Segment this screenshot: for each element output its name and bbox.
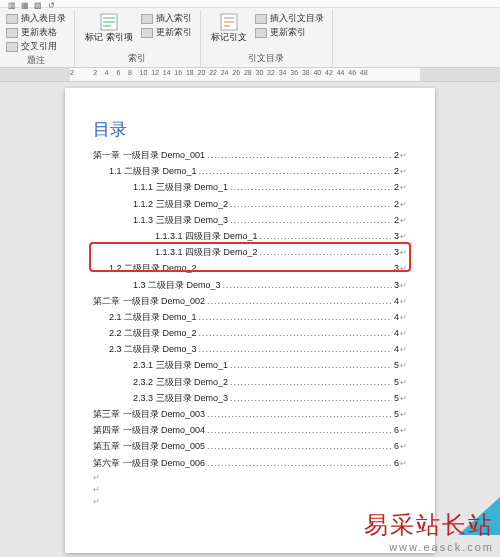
qat-icon[interactable]: ↺ (48, 1, 55, 10)
ruler-tick: 30 (256, 69, 257, 76)
title-bar: ▥ ▦ ▧ ↺ (0, 0, 500, 8)
toc-entry-text: 2.3.3 三级目录 Demo_3 (133, 392, 228, 405)
cross-reference-button[interactable]: 交叉引用 (6, 40, 66, 53)
toc-leader-dots: ........................................… (230, 199, 392, 209)
toc-entry[interactable]: 第六章 一级目录 Demo_006.......................… (93, 457, 407, 470)
toc-page-number: 4 (394, 312, 399, 322)
toc-entry[interactable]: 第三章 一级目录 Demo_003.......................… (93, 408, 407, 421)
paragraph-mark: ↵ (400, 361, 407, 370)
paragraph-mark: ↵ (93, 497, 407, 506)
toc-entry-text: 2.3 二级目录 Demo_3 (109, 343, 197, 356)
paragraph-mark: ↵ (400, 297, 407, 306)
toc-page-number: 5 (394, 409, 399, 419)
toc-page-number: 3 (394, 247, 399, 257)
toc-entry[interactable]: 2.3.3 三级目录 Demo_3.......................… (93, 392, 407, 405)
toc-entry[interactable]: 1.1.3.1 四级目录 Demo_1.....................… (93, 230, 407, 243)
toc-page-number: 2 (394, 182, 399, 192)
toc-page-number: 4 (394, 344, 399, 354)
update-table-button[interactable]: 更新表格 (6, 26, 66, 39)
toc-entry[interactable]: 2.1 二级目录 Demo_1.........................… (93, 311, 407, 324)
toc-entry[interactable]: 第四章 一级目录 Demo_004.......................… (93, 424, 407, 437)
toc-entry[interactable]: 2.3 二级目录 Demo_3.........................… (93, 343, 407, 356)
ruler-tick: 26 (232, 69, 233, 76)
ruler-tick: 14 (163, 69, 164, 76)
qat-icon[interactable]: ▧ (34, 1, 42, 10)
paragraph-mark: ↵ (400, 281, 407, 290)
decorative-triangle (458, 497, 500, 535)
paragraph-mark: ↵ (93, 473, 407, 482)
ruler-tick: 28 (244, 69, 245, 76)
ruler-tick: 20 (198, 69, 199, 76)
mark-citation-button[interactable]: 标记引文 (209, 10, 249, 45)
document-area[interactable]: 目录 第一章 一级目录 Demo_001....................… (0, 82, 500, 557)
toc-page-number: 6 (394, 441, 399, 451)
qat-icon[interactable]: ▥ (8, 1, 16, 10)
horizontal-ruler[interactable]: 2246810121416182022242628303234363840424… (0, 68, 500, 82)
paragraph-mark: ↵ (400, 216, 407, 225)
toc-entry-text: 2.3.2 三级目录 Demo_2 (133, 376, 228, 389)
toc-entry[interactable]: 2.3.2 三级目录 Demo_2.......................… (93, 376, 407, 389)
ruler-ticks: 2246810121416182022242628303234363840424… (70, 69, 361, 76)
toc-entry-text: 1.1.3.1 四级目录 Demo_2 (155, 246, 258, 259)
insert-table-of-figures-button[interactable]: 插入表目录 (6, 12, 66, 25)
ruler-tick (82, 69, 83, 76)
toc-entry[interactable]: 第二章 一级目录 Demo_002.......................… (93, 295, 407, 308)
ruler-margin-right (420, 68, 500, 81)
paragraph-mark: ↵ (400, 410, 407, 419)
toc-page-number: 6 (394, 425, 399, 435)
mark-entry-icon (99, 12, 119, 32)
toc-entry-text: 第四章 一级目录 Demo_004 (93, 424, 205, 437)
toc-leader-dots: ........................................… (207, 296, 392, 306)
toc-leader-dots: ........................................… (207, 409, 392, 419)
update-toa-button[interactable]: 更新索引 (255, 26, 324, 39)
ribbon: 插入表目录 更新表格 交叉引用 题注 标记 索引项 插入索引 更新索引 索引 (0, 8, 500, 68)
toc-leader-dots: ........................................… (260, 247, 392, 257)
group-label: 题注 (27, 53, 45, 67)
toc-page-number: 2 (394, 215, 399, 225)
toc-page-number: 5 (394, 393, 399, 403)
toc-page-number: 6 (394, 458, 399, 468)
toc-leader-dots: ........................................… (260, 231, 392, 241)
toc-entry[interactable]: 第五章 一级目录 Demo_005.......................… (93, 440, 407, 453)
toc-entry[interactable]: 1.1.3.1 四级目录 Demo_2.....................… (93, 246, 407, 259)
toc-entry[interactable]: 1.3 二级目录 Demo_3.........................… (93, 279, 407, 292)
toc-entry-text: 2.2 二级目录 Demo_2 (109, 327, 197, 340)
toc-entry[interactable]: 1.2 二级目录 Demo_2.........................… (93, 262, 407, 275)
toc-leader-dots: ........................................… (199, 344, 392, 354)
ruler-tick: 8 (128, 69, 129, 76)
paragraph-mark: ↵ (400, 442, 407, 451)
toc-entry[interactable]: 1.1 二级目录 Demo_1.........................… (93, 165, 407, 178)
paragraph-mark: ↵ (400, 459, 407, 468)
ruler-tick: 38 (302, 69, 303, 76)
toc-leader-dots: ........................................… (230, 215, 392, 225)
toc-entry[interactable]: 第一章 一级目录 Demo_001.......................… (93, 149, 407, 162)
toc-entry[interactable]: 1.1.3 三级目录 Demo_3.......................… (93, 214, 407, 227)
paragraph-mark: ↵ (400, 183, 407, 192)
toc-entry-text: 1.1.3 三级目录 Demo_3 (133, 214, 228, 227)
insert-index-button[interactable]: 插入索引 (141, 12, 192, 25)
page: 目录 第一章 一级目录 Demo_001....................… (65, 88, 435, 553)
toc-entry[interactable]: 1.1.2 三级目录 Demo_2.......................… (93, 198, 407, 211)
toc-entry-text: 第五章 一级目录 Demo_005 (93, 440, 205, 453)
ruler-tick: 42 (325, 69, 326, 76)
toc-page-number: 5 (394, 377, 399, 387)
update-index-button[interactable]: 更新索引 (141, 26, 192, 39)
group-label: 索引 (128, 51, 146, 65)
ruler-tick: 46 (348, 69, 349, 76)
ruler-tick: 18 (186, 69, 187, 76)
insert-toa-button[interactable]: 插入引文目录 (255, 12, 324, 25)
group-citations: 标记引文 插入引文目录 更新索引 引文目录 (201, 10, 333, 67)
toc-entry-text: 1.2 二级目录 Demo_2 (109, 262, 197, 275)
ruler-tick: 6 (116, 69, 117, 76)
toc-entry[interactable]: 2.3.1 三级目录 Demo_1.......................… (93, 359, 407, 372)
qat-icon[interactable]: ▦ (21, 1, 29, 10)
mark-citation-icon (219, 12, 239, 32)
mark-index-entry-button[interactable]: 标记 索引项 (83, 10, 135, 45)
toc-page-number: 5 (394, 360, 399, 370)
toc-entry[interactable]: 1.1.1 三级目录 Demo_1.......................… (93, 181, 407, 194)
paragraph-mark: ↵ (400, 378, 407, 387)
toc-entry-text: 1.3 二级目录 Demo_3 (133, 279, 221, 292)
toc-entry[interactable]: 2.2 二级目录 Demo_2.........................… (93, 327, 407, 340)
paragraph-mark: ↵ (400, 345, 407, 354)
ruler-tick: 34 (279, 69, 280, 76)
